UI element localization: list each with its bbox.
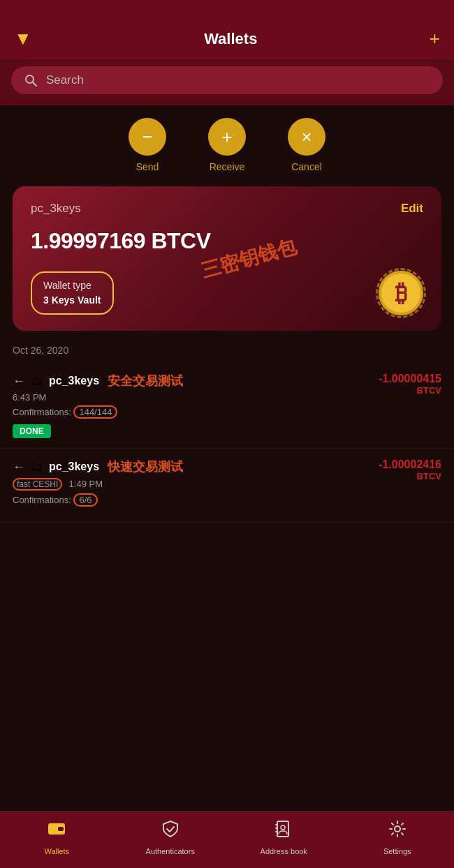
- nav-authenticators[interactable]: Authenticators: [114, 819, 228, 855]
- wallet-balance: 1.99997169 BTCV: [31, 228, 423, 254]
- add-icon[interactable]: +: [430, 28, 440, 50]
- tx-amount-block: -1.00000415 BTCV: [351, 373, 441, 396]
- wallet-type-value: 3 Keys Vault: [43, 293, 101, 308]
- wallet-card[interactable]: pc_3keys Edit 1.99997169 BTCV Wallet typ…: [13, 186, 441, 331]
- tx-amount: -1.00000415: [351, 373, 441, 385]
- wallet-type-label: Wallet type: [43, 278, 101, 293]
- tx-fast-label: fast CESHI: [13, 478, 62, 491]
- svg-rect-4: [277, 821, 288, 837]
- tx-confirmations: Confirmations: 144/144: [13, 405, 351, 419]
- tx-top: ← 🗂 pc_3keys 安全交易测试 6:43 PM Confirmation…: [13, 373, 441, 438]
- svg-point-9: [395, 826, 400, 832]
- card-section: pc_3keys Edit 1.99997169 BTCV Wallet typ…: [0, 179, 454, 341]
- send-icon: −: [129, 118, 166, 156]
- svg-point-5: [281, 825, 285, 830]
- tx-wallet-icon: 🗂: [31, 374, 43, 389]
- page-title: Wallets: [204, 30, 257, 48]
- tx-direction-icon: ←: [13, 374, 25, 389]
- wallet-type-box: Wallet type 3 Keys Vault: [31, 271, 114, 315]
- search-wrapper: [11, 66, 443, 94]
- search-icon: [24, 73, 38, 87]
- card-footer: Wallet type 3 Keys Vault ₿: [31, 271, 423, 315]
- nav-address-book-label: Address book: [261, 847, 307, 855]
- tx-label-cn: 安全交易测试: [108, 373, 183, 389]
- address-book-icon: [274, 819, 293, 844]
- tx-direction-icon: ←: [13, 460, 25, 474]
- date-label: Oct 26, 2020: [0, 341, 454, 363]
- transaction-item[interactable]: ← 🗂 pc_3keys 安全交易测试 6:43 PM Confirmation…: [0, 363, 454, 449]
- tx-currency: BTCV: [351, 385, 441, 396]
- search-bar: [0, 59, 454, 105]
- edit-button[interactable]: Edit: [401, 202, 423, 216]
- tx-row1: ← 🗂 pc_3keys 安全交易测试: [13, 373, 351, 389]
- cancel-button[interactable]: × Cancel: [288, 118, 325, 172]
- actions-row: − Send + Receive × Cancel: [0, 105, 454, 179]
- nav-address-book[interactable]: Address book: [227, 819, 341, 855]
- tx-wallet-name: pc_3keys: [49, 461, 99, 473]
- nav-settings-label: Settings: [383, 847, 411, 855]
- tx-time: 6:43 PM: [13, 392, 351, 403]
- send-label: Send: [136, 161, 159, 172]
- transaction-item[interactable]: ← 🗂 pc_3keys 快速交易测试 fast CESHI 1:49 PM C…: [0, 449, 454, 523]
- nav-settings[interactable]: Settings: [341, 819, 455, 855]
- cancel-icon: ×: [288, 118, 325, 156]
- tx-left: ← 🗂 pc_3keys 快速交易测试 fast CESHI 1:49 PM C…: [13, 458, 351, 512]
- receive-button[interactable]: + Receive: [208, 118, 246, 172]
- filter-icon[interactable]: ▼: [14, 28, 32, 50]
- btc-icon: ₿: [379, 271, 423, 315]
- nav-wallets[interactable]: Wallets: [0, 819, 114, 855]
- tx-left: ← 🗂 pc_3keys 安全交易测试 6:43 PM Confirmation…: [13, 373, 351, 438]
- tx-status-badge: DONE: [13, 424, 51, 438]
- receive-label: Receive: [210, 161, 245, 172]
- tx-amount-block: -1.00002416 BTCV: [351, 458, 441, 481]
- tx-confirmations: Confirmations: 6/6: [13, 493, 351, 507]
- tx-conf-highlight: 6/6: [73, 493, 97, 507]
- tx-wallet-name: pc_3keys: [49, 375, 99, 387]
- settings-icon: [388, 819, 407, 844]
- svg-rect-3: [58, 827, 64, 831]
- bottom-nav: Wallets Authenticators Address book: [0, 811, 454, 868]
- tx-currency: BTCV: [351, 471, 441, 481]
- tx-top: ← 🗂 pc_3keys 快速交易测试 fast CESHI 1:49 PM C…: [13, 458, 441, 512]
- receive-icon: +: [208, 118, 246, 156]
- app-header: ▼ Wallets +: [0, 0, 454, 59]
- nav-wallets-label: Wallets: [44, 847, 69, 855]
- wallet-name: pc_3keys: [31, 202, 81, 216]
- nav-authenticators-label: Authenticators: [146, 847, 195, 855]
- search-input[interactable]: [46, 73, 430, 87]
- authenticators-icon: [161, 819, 180, 844]
- cancel-label: Cancel: [291, 161, 322, 172]
- wallets-icon: [47, 819, 66, 844]
- tx-conf-highlight: 144/144: [73, 405, 117, 419]
- tx-label-cn: 快速交易测试: [108, 458, 183, 475]
- tx-time: fast CESHI 1:49 PM: [13, 478, 351, 491]
- send-button[interactable]: − Send: [129, 118, 166, 172]
- svg-line-1: [33, 82, 37, 87]
- tx-row1: ← 🗂 pc_3keys 快速交易测试: [13, 458, 351, 475]
- card-header: pc_3keys Edit: [31, 202, 423, 216]
- tx-wallet-icon: 🗂: [31, 460, 43, 474]
- tx-amount: -1.00002416: [351, 458, 441, 471]
